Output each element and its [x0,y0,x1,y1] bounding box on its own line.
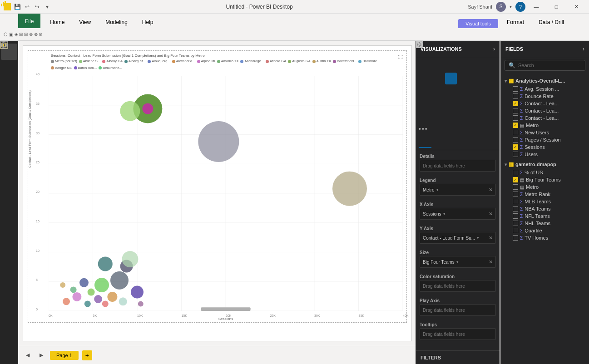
save-icon[interactable]: 💾 [14,3,21,10]
data-view-icon[interactable] [1,61,17,77]
xaxis-caret[interactable]: ▾ [443,212,445,216]
model-view-icon[interactable] [1,78,17,94]
search-box[interactable]: 🔍 [505,60,585,71]
yaxis-dropzone[interactable]: Contact - Lead Form Su... ▾ ✕ [420,232,496,244]
field-pages-session[interactable]: Σ Pages / Session [504,136,586,143]
yaxis-caret[interactable]: ▾ [477,236,479,240]
next-page-button[interactable]: ▶ [36,350,46,360]
field-mlb-teams[interactable]: Σ MLB Teams [504,198,586,205]
field-metro2-checkbox[interactable] [513,184,518,190]
field-new-users[interactable]: Σ New Users [504,129,586,136]
field-sessions-checkbox[interactable]: ✓ [513,144,518,150]
field-contact-lea2[interactable]: Σ Contact - Lea... [504,107,586,114]
viz-analytics-tab[interactable] [445,111,457,123]
viz-ribbon[interactable] [485,60,496,72]
more-icon[interactable]: ▾ [44,3,51,10]
maximize-button[interactable]: □ [547,0,565,14]
size-remove[interactable]: ✕ [489,259,493,265]
page-1-tab[interactable]: Page 1 [50,351,79,360]
viz-tab-analytics[interactable] [448,135,460,148]
viz-scatter[interactable] [419,73,431,84]
add-page-button[interactable]: + [82,350,92,360]
viz-waterfall[interactable] [458,98,470,110]
field-nhl-teams[interactable]: Σ NHL Teams [504,220,586,227]
field-metro-checkbox[interactable]: ✓ [513,123,518,128]
playaxis-dropzone[interactable]: Drag data fields here [420,304,496,316]
chart-container[interactable]: ⛶ Sessions, Contact - Lead Form Submissi… [28,50,407,323]
viz-donut[interactable] [471,73,483,84]
field-users-checkbox[interactable] [513,152,518,157]
colorsat-dropzone[interactable]: Drag data fields here [420,280,496,292]
field-big-four[interactable]: ✓ ▤ Big Four Teams [504,176,586,183]
xaxis-dropzone[interactable]: Sessions ▾ ✕ [420,208,496,220]
field-avg-session-checkbox[interactable] [513,86,518,92]
gametrodma-group-header[interactable]: ▾ ▦ gametro-dmapop [504,160,586,169]
viz-more-button[interactable]: ••• [416,125,500,133]
field-quartile-checkbox[interactable] [513,228,518,233]
field-metro2[interactable]: ▤ Metro [504,183,586,191]
undo-icon[interactable]: ↩ [24,3,31,10]
yaxis-remove[interactable]: ✕ [489,235,493,241]
tab-modeling[interactable]: Modeling [99,15,134,28]
field-contact-lea2-checkbox[interactable] [513,108,518,113]
field-nfl-teams[interactable]: Σ NFL Teams [504,212,586,220]
close-button[interactable]: ✕ [567,0,585,14]
size-dropzone[interactable]: Big Four Teams ▾ ✕ [420,256,496,268]
viz-slicer[interactable] [432,98,444,110]
field-metro[interactable]: ✓ ▤ Metro [504,122,586,129]
tab-datadrill[interactable]: Data / Drill [532,15,571,28]
viz-bubble-selected[interactable] [445,73,457,84]
size-caret[interactable]: ▾ [456,260,459,264]
field-bounce-rate[interactable]: Σ Bounce Rate [504,93,586,100]
viz-stacked-area[interactable] [471,60,483,72]
account-dropdown[interactable]: ▾ [508,4,514,9]
viz-paint[interactable] [432,111,444,123]
tab-format[interactable]: Format [500,15,531,28]
legend-caret[interactable]: ▾ [436,187,439,192]
viz-filter1[interactable] [419,111,431,123]
details-dropzone[interactable]: Drag data fields here [420,160,496,172]
field-contact-lea3[interactable]: Σ Contact - Lea... [504,114,586,122]
viz-tab-format[interactable] [433,135,446,148]
viz-map-filled[interactable] [458,73,470,84]
field-contact-lea1[interactable]: ✓ Σ Contact - Lea... [504,100,586,107]
field-users[interactable]: Σ Users [504,151,586,158]
field-avg-session[interactable]: Σ Avg. Session ... [504,85,586,93]
viz-tab-fields[interactable] [419,135,431,148]
field-sessions[interactable]: ✓ Σ Sessions [504,143,586,151]
prev-page-button[interactable]: ◀ [23,350,33,360]
redo-icon[interactable]: ↪ [34,3,41,10]
viz-panel-expand[interactable]: › [493,46,495,52]
fields-panel-expand[interactable]: › [583,46,584,52]
viz-pie[interactable] [432,73,444,84]
analytics-group-header[interactable]: ▾ ▦ Analytics-Overall-L... [504,76,586,85]
field-new-users-checkbox[interactable] [513,130,518,135]
field-metro-rank[interactable]: Σ Metro Rank [504,191,586,198]
tab-file[interactable]: File [18,14,40,28]
viz-area-chart[interactable] [458,60,470,72]
tab-home[interactable]: Home [43,15,71,28]
canvas[interactable]: ⛶ Sessions, Contact - Lead Form Submissi… [23,45,412,341]
legend-dropzone[interactable]: Metro ▾ ✕ [420,184,496,196]
field-pct-us[interactable]: Σ % of US [504,169,586,176]
xaxis-remove[interactable]: ✕ [489,211,493,217]
field-contact-lea3-checkbox[interactable] [513,115,518,121]
tooltips-dropzone[interactable]: Drag data fields here [420,328,496,340]
viz-gauge[interactable] [419,85,431,97]
viz-multi-card[interactable] [445,85,457,97]
field-nba-teams-checkbox[interactable] [513,206,518,212]
field-nfl-teams-checkbox[interactable] [513,213,518,219]
viz-custom-globe[interactable] [485,98,496,110]
help-button[interactable]: ? [515,2,525,12]
field-big-four-checkbox[interactable]: ✓ [513,177,518,182]
field-tv-homes-checkbox[interactable] [513,235,518,241]
field-bounce-rate-checkbox[interactable] [513,93,518,99]
field-pct-us-checkbox[interactable] [513,170,518,175]
search-input[interactable] [518,63,581,68]
viz-map[interactable] [445,98,457,110]
field-nhl-teams-checkbox[interactable] [513,221,518,226]
tab-view[interactable]: View [72,15,98,28]
viz-globe[interactable] [471,98,483,110]
field-metro-rank-checkbox[interactable] [513,192,518,197]
viz-card[interactable]: 123 [432,85,444,97]
